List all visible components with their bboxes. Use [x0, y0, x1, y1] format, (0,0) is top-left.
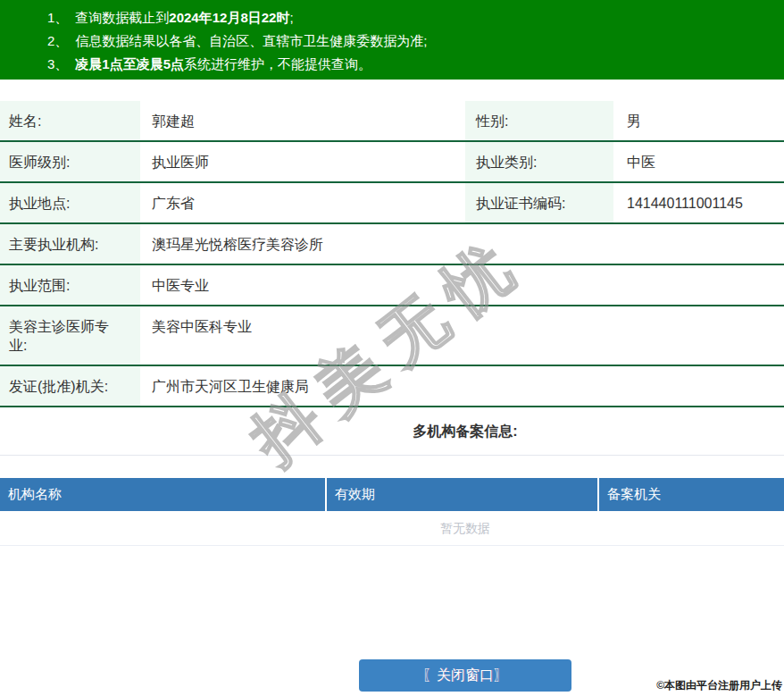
notice-text: 系统进行维护，不能提供查询。: [184, 56, 371, 71]
notice-number: 2、: [47, 33, 68, 48]
field-label-cosmetic-specialty: 美容主诊医师专业:: [0, 306, 140, 365]
field-value-doctor-level: 执业医师: [140, 142, 465, 181]
notice-line-1: 1、查询数据截止到2024年12月8日22时;: [47, 6, 784, 29]
notice-text: 信息数据结果以各省、自治区、直辖市卫生健康委数据为准;: [75, 33, 427, 48]
page: 1、查询数据截止到2024年12月8日22时; 2、信息数据结果以各省、自治区、…: [0, 0, 784, 692]
field-value-certificate-number: 141440111001145: [613, 183, 784, 222]
notice-text-bold: 2024年12月8日22时: [169, 10, 289, 25]
table-row: 医师级别: 执业医师 执业类别: 中医: [0, 142, 784, 183]
notice-line-2: 2、信息数据结果以各省、自治区、直辖市卫生健康委数据为准;: [47, 29, 784, 53]
column-header-institution-name: 机构名称: [0, 478, 327, 511]
divider: [0, 455, 784, 456]
empty-state-text: 暂无数据: [0, 511, 784, 546]
close-window-button[interactable]: 〖关闭窗口〗: [359, 659, 571, 692]
field-label-certificate-number: 执业证书编码:: [465, 183, 613, 222]
field-value-gender: 男: [613, 101, 784, 140]
table-row: 执业地点: 广东省 执业证书编码: 141440111001145: [0, 183, 784, 224]
notice-text-bold: 凌晨1点至凌晨5点: [75, 56, 184, 71]
table-row: 执业范围: 中医专业: [0, 265, 784, 306]
field-value-issuing-authority: 广州市天河区卫生健康局: [140, 366, 784, 406]
field-value-practice-scope: 中医专业: [140, 265, 784, 305]
table-row: 发证(批准)机关: 广州市天河区卫生健康局: [0, 366, 784, 407]
field-label-gender: 性别:: [465, 101, 613, 140]
practitioner-details-table: 姓名: 郭建超 性别: 男 医师级别: 执业医师 执业类别: 中医 执业地点: …: [0, 101, 784, 407]
filing-table-header: 机构名称 有效期 备案机关: [0, 478, 784, 511]
notice-number: 3、: [47, 56, 68, 71]
table-row: 美容主诊医师专业: 美容中医科专业: [0, 306, 784, 366]
field-label-issuing-authority: 发证(批准)机关:: [0, 366, 140, 406]
notice-number: 1、: [47, 10, 68, 25]
field-value-practice-category: 中医: [613, 142, 784, 181]
field-value-name: 郭建超: [140, 101, 465, 140]
field-value-main-institution: 澳玛星光悦榕医疗美容诊所: [140, 224, 784, 264]
field-value-practice-location: 广东省: [140, 183, 465, 222]
column-header-filing-authority: 备案机关: [599, 478, 784, 511]
field-label-practice-scope: 执业范围:: [0, 265, 140, 305]
filing-section-title: 多机构备案信息:: [0, 423, 784, 441]
field-label-name: 姓名:: [0, 101, 140, 140]
field-label-main-institution: 主要执业机构:: [0, 224, 140, 264]
field-value-cosmetic-specialty: 美容中医科专业: [140, 306, 784, 365]
table-row: 姓名: 郭建超 性别: 男: [0, 101, 784, 142]
notice-banner: 1、查询数据截止到2024年12月8日22时; 2、信息数据结果以各省、自治区、…: [0, 0, 784, 80]
column-header-validity-period: 有效期: [327, 478, 599, 511]
table-row: 主要执业机构: 澳玛星光悦榕医疗美容诊所: [0, 224, 784, 265]
notice-line-3: 3、凌晨1点至凌晨5点系统进行维护，不能提供查询。: [47, 53, 784, 76]
notice-text: 查询数据截止到: [75, 10, 169, 25]
field-label-practice-category: 执业类别:: [465, 142, 613, 181]
upload-credit-text: ©本图由平台注册用户上传: [656, 678, 782, 693]
notice-text: ;: [289, 10, 293, 25]
field-label-practice-location: 执业地点:: [0, 183, 140, 222]
field-label-doctor-level: 医师级别:: [0, 142, 140, 181]
